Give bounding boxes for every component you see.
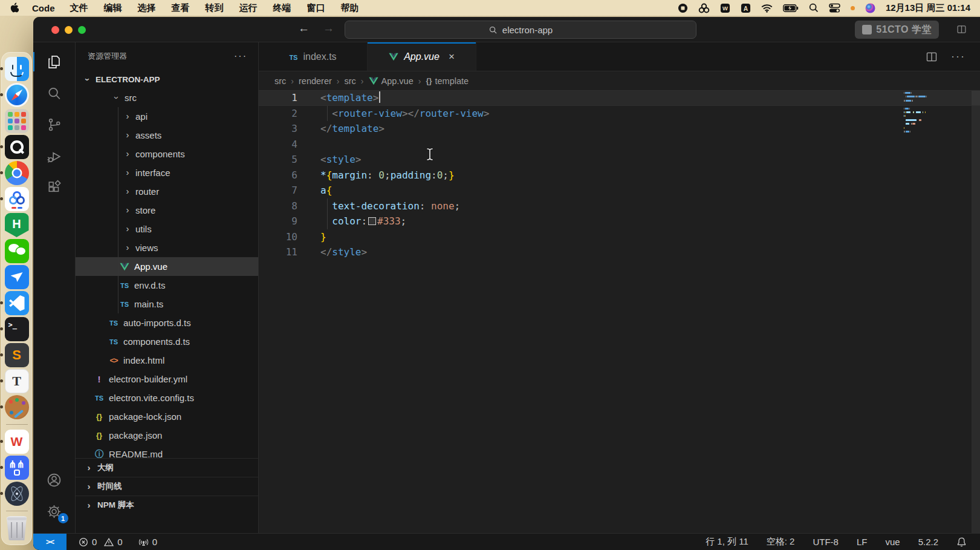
dock-app-terminal[interactable]: >_: [5, 317, 29, 341]
dock-app-finder[interactable]: [5, 57, 29, 81]
remote-indicator[interactable]: ><: [33, 534, 67, 550]
tree-item-views[interactable]: ›views: [76, 238, 258, 257]
breadcrumb-item-App.vue[interactable]: App.vue: [369, 76, 414, 86]
dock-app-wechat[interactable]: [5, 239, 29, 263]
breadcrumb[interactable]: src›renderer›src›App.vue›{}template: [259, 71, 980, 90]
status-UTF-8[interactable]: UTF-8: [813, 537, 839, 547]
siri-icon[interactable]: [865, 2, 875, 13]
activity-source-control[interactable]: [33, 109, 76, 140]
menu-item-窗口[interactable]: 窗口: [299, 2, 333, 13]
code-editor[interactable]: 1<template>2 <router-view></router-view>…: [259, 90, 980, 533]
battery-icon[interactable]: [783, 2, 799, 13]
status--1-11[interactable]: 行 1, 列 11: [706, 536, 748, 548]
nav-back-button[interactable]: ←: [298, 22, 310, 35]
dock-app-dingtalk[interactable]: [5, 265, 29, 289]
editor-tab-index.ts[interactable]: TSindex.ts: [259, 42, 368, 71]
tree-item-api[interactable]: ›api: [76, 107, 258, 126]
control-center-icon[interactable]: [829, 2, 840, 13]
code-line-3[interactable]: 3</template>: [259, 121, 980, 137]
tree-item-electron.vite.config.ts[interactable]: TSelectron.vite.config.ts: [76, 388, 258, 407]
tree-item-interface[interactable]: ›interface: [76, 163, 258, 182]
dock-app-wps-office[interactable]: W: [5, 430, 29, 454]
code-line-6[interactable]: 6*{margin: 0;padding:0;}: [259, 168, 980, 183]
tree-item-package.json[interactable]: {}package.json: [76, 426, 258, 445]
tree-item-assets[interactable]: ›assets: [76, 126, 258, 145]
tree-root-electron-app[interactable]: › ELECTRON-APP: [76, 70, 258, 88]
status-vue[interactable]: vue: [885, 537, 900, 547]
activity-settings[interactable]: 1: [33, 496, 76, 527]
dock-app-deer-security-app[interactable]: ⋔⋔: [5, 456, 29, 480]
dock-app-sublime-text[interactable]: S: [5, 343, 29, 367]
tree-item-env.d.ts[interactable]: TSenv.d.ts: [76, 276, 258, 295]
dock-app-textedit[interactable]: T: [5, 369, 29, 393]
menu-item-终端[interactable]: 终端: [265, 2, 299, 13]
problems-indicator[interactable]: 0 0: [79, 537, 123, 547]
code-line-4[interactable]: 4: [259, 137, 980, 152]
apple-logo-icon[interactable]: [10, 2, 19, 13]
tree-item-index.html[interactable]: <>index.html: [76, 351, 258, 370]
status--2[interactable]: 空格: 2: [767, 536, 795, 548]
nav-forward-button[interactable]: →: [323, 22, 334, 35]
menu-item-查看[interactable]: 查看: [164, 2, 198, 13]
tree-item-store[interactable]: ›store: [76, 201, 258, 220]
activity-extensions[interactable]: [33, 172, 76, 203]
sidebar-section-时间线[interactable]: ›时间线: [76, 477, 258, 496]
status-LF[interactable]: LF: [857, 537, 868, 547]
tree-item-auto-imports.d.ts[interactable]: TSauto-imports.d.ts: [76, 313, 258, 332]
menu-item-编辑[interactable]: 编辑: [96, 2, 130, 13]
code-line-8[interactable]: 8 text-decoration: none;: [259, 198, 980, 214]
code-line-9[interactable]: 9 color:#333;: [259, 214, 980, 229]
menu-clock[interactable]: 12月13日 周三 01:14: [886, 2, 970, 14]
wps-icon[interactable]: W: [720, 2, 730, 13]
activity-account[interactable]: [33, 464, 76, 496]
code-line-1[interactable]: 1<template>: [259, 90, 980, 106]
tree-item-src[interactable]: ›src: [76, 88, 258, 107]
bell-icon[interactable]: [956, 537, 967, 547]
split-editor-icon[interactable]: [926, 51, 938, 63]
menu-item-选择[interactable]: 选择: [130, 2, 164, 13]
explorer-more-actions-icon[interactable]: ···: [234, 51, 247, 62]
close-tab-icon[interactable]: ×: [449, 51, 455, 63]
command-center-search[interactable]: electron-app: [345, 21, 696, 39]
code-line-11[interactable]: 11</style>: [259, 244, 980, 260]
dock-app-safari[interactable]: [5, 83, 29, 107]
activity-run-debug[interactable]: [33, 140, 76, 172]
menu-app-name[interactable]: Code: [25, 3, 62, 13]
tree-item-components[interactable]: ›components: [76, 145, 258, 163]
dock-app-blue-circles-app[interactable]: [5, 187, 29, 211]
tree-item-utils[interactable]: ›utils: [76, 220, 258, 238]
menu-item-文件[interactable]: 文件: [62, 2, 96, 13]
wifi-icon[interactable]: [761, 2, 773, 13]
tree-item-components.d.ts[interactable]: TScomponents.d.ts: [76, 332, 258, 351]
dock-app-hbuilderx[interactable]: H: [5, 213, 29, 237]
code-line-2[interactable]: 2 <router-view></router-view>: [259, 106, 980, 122]
customize-layout-icon[interactable]: [956, 24, 967, 34]
record-icon[interactable]: [678, 2, 688, 13]
editor-tab-App.vue[interactable]: App.vue×: [368, 42, 476, 71]
tree-item-electron-builder.yml[interactable]: !electron-builder.yml: [76, 370, 258, 388]
tree-item-main.ts[interactable]: TSmain.ts: [76, 295, 258, 313]
code-line-5[interactable]: 5<style>: [259, 152, 980, 168]
menu-item-转到[interactable]: 转到: [198, 2, 232, 13]
zoom-window-button[interactable]: [78, 26, 86, 34]
more-actions-icon[interactable]: ···: [951, 50, 965, 63]
menu-item-帮助[interactable]: 帮助: [333, 2, 367, 13]
dock-app-chrome[interactable]: [5, 161, 29, 185]
code-line-10[interactable]: 10}: [259, 229, 980, 245]
activity-search[interactable]: [33, 77, 76, 109]
dock-app-trash[interactable]: [5, 516, 29, 540]
breadcrumb-item-src[interactable]: src: [274, 76, 286, 86]
sidebar-section-NPM 脚本[interactable]: ›NPM 脚本: [76, 496, 258, 514]
dock-app-launchpad[interactable]: [5, 109, 29, 133]
input-a-icon[interactable]: A: [741, 2, 751, 13]
breadcrumb-item-src[interactable]: src: [345, 76, 356, 86]
ports-indicator[interactable]: 0: [138, 537, 157, 547]
dock-app-quicktime[interactable]: [5, 135, 29, 159]
search-icon[interactable]: [809, 2, 819, 13]
link-circles-icon[interactable]: [698, 2, 710, 13]
activity-explorer[interactable]: [33, 46, 76, 77]
dock-app-paint-app[interactable]: [5, 395, 29, 419]
status-5-2-2[interactable]: 5.2.2: [918, 537, 938, 547]
menu-item-运行[interactable]: 运行: [232, 2, 265, 13]
sidebar-section-大纲[interactable]: ›大纲: [76, 458, 258, 477]
